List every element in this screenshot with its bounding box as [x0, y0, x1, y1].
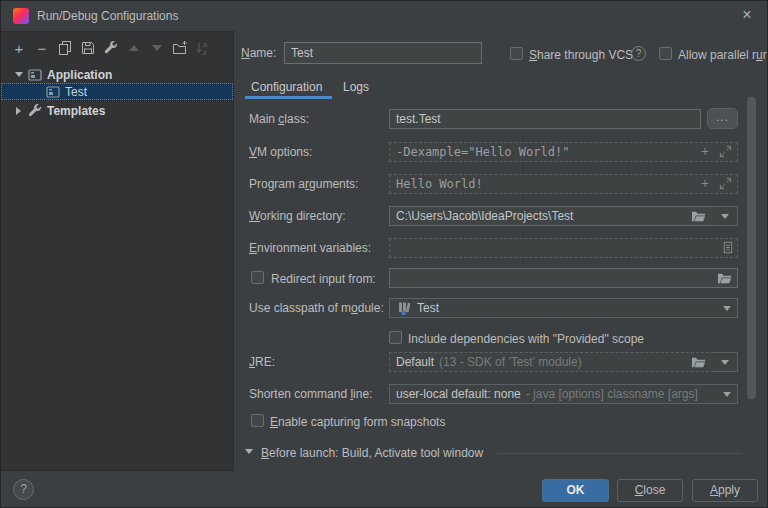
- jre-value: Default: [396, 355, 434, 369]
- sidebar-toolbar: + −: [11, 38, 211, 58]
- active-tab-underline: [245, 96, 332, 99]
- redirect-input-file-input[interactable]: [389, 268, 738, 288]
- main-class-input[interactable]: test.Test: [389, 109, 701, 129]
- redirect-input-label[interactable]: Redirect input from:: [271, 269, 376, 289]
- tree-item-test-selected[interactable]: Test: [1, 83, 233, 100]
- add-configuration-icon[interactable]: +: [11, 40, 27, 56]
- environment-variables-label: Environment variables:: [249, 238, 371, 258]
- program-arguments-label: Program arguments:: [249, 174, 358, 194]
- svg-text:a: a: [203, 41, 207, 48]
- shorten-command-line-select[interactable]: user-local default: none - java [options…: [389, 384, 738, 404]
- share-vcs-label[interactable]: Share through VCS: [529, 45, 633, 65]
- enable-capturing-label[interactable]: Enable capturing form snapshots: [270, 412, 445, 432]
- include-dependencies-label[interactable]: Include dependencies with "Provided" sco…: [408, 329, 644, 349]
- program-arguments-input[interactable]: Hello World!: [389, 174, 738, 194]
- chevron-down-icon: [721, 214, 729, 219]
- jre-folder-icon[interactable]: [691, 355, 706, 369]
- name-label: Name:: [241, 43, 276, 63]
- working-directory-input[interactable]: C:\Users\Jacob\IdeaProjects\Test: [389, 206, 714, 226]
- environment-variables-input[interactable]: [389, 238, 738, 258]
- enable-capturing-checkbox[interactable]: [251, 414, 264, 427]
- use-classpath-value: Test: [417, 301, 723, 315]
- main-class-browse-button[interactable]: ...: [707, 108, 738, 129]
- application-icon: [27, 67, 43, 83]
- help-button[interactable]: ?: [13, 479, 34, 500]
- allow-parallel-label[interactable]: Allow parallel run: [678, 45, 768, 65]
- chevron-down-icon: [723, 306, 731, 311]
- move-up-icon[interactable]: [126, 40, 142, 56]
- chevron-right-icon[interactable]: [16, 107, 21, 115]
- shorten-command-line-label: Shorten command line:: [249, 384, 372, 404]
- chevron-down-icon: [721, 360, 729, 365]
- name-input[interactable]: Test: [284, 42, 482, 64]
- use-classpath-label: Use classpath of module:: [249, 298, 384, 318]
- tree-item-label: Application: [47, 68, 112, 82]
- tree-item-templates[interactable]: Templates: [1, 102, 233, 119]
- close-icon[interactable]: ×: [737, 5, 757, 25]
- ok-button[interactable]: OK: [542, 479, 609, 502]
- working-directory-folder-icon[interactable]: [691, 209, 706, 223]
- intellij-app-icon: [13, 8, 29, 24]
- edit-templates-icon[interactable]: [103, 40, 119, 56]
- save-configuration-icon[interactable]: [80, 40, 96, 56]
- allow-parallel-checkbox[interactable]: [659, 47, 672, 60]
- move-down-icon[interactable]: [149, 40, 165, 56]
- before-launch-divider: [497, 453, 742, 454]
- application-icon: [45, 84, 61, 100]
- vm-options-expand-icon[interactable]: [718, 144, 733, 159]
- copy-configuration-icon[interactable]: [57, 40, 73, 56]
- working-directory-dropdown-button[interactable]: [713, 206, 738, 226]
- tab-configuration[interactable]: Configuration: [251, 80, 322, 94]
- shorten-command-line-value: user-local default: none: [396, 387, 521, 401]
- tree-item-label: Test: [65, 85, 87, 99]
- svg-text:z: z: [203, 49, 207, 56]
- form-scrollbar[interactable]: [747, 97, 756, 399]
- jre-select[interactable]: Default (13 - SDK of 'Test' module): [389, 352, 714, 372]
- use-classpath-select[interactable]: Test: [389, 298, 738, 318]
- jre-hint: (13 - SDK of 'Test' module): [439, 355, 707, 369]
- help-icon[interactable]: ?: [631, 46, 646, 61]
- jre-label: JRE:: [249, 352, 275, 372]
- vm-options-add-icon[interactable]: +: [701, 143, 709, 159]
- configurations-sidebar: + −: [1, 31, 234, 471]
- module-icon: [396, 300, 412, 316]
- jre-dropdown-button[interactable]: [713, 352, 738, 372]
- apply-button[interactable]: Apply: [692, 479, 758, 502]
- remove-configuration-icon[interactable]: −: [34, 40, 50, 56]
- include-dependencies-checkbox[interactable]: [389, 331, 402, 344]
- templates-wrench-icon: [27, 103, 43, 119]
- tree-item-label: Templates: [47, 104, 105, 118]
- title-bar: Run/Debug Configurations ×: [1, 1, 767, 31]
- chevron-down-icon[interactable]: [15, 72, 23, 77]
- tab-logs[interactable]: Logs: [343, 80, 369, 94]
- create-folder-icon[interactable]: [172, 40, 188, 56]
- environment-variables-browse-icon[interactable]: [720, 240, 735, 255]
- configurations-tree: Application Test Templates: [1, 66, 233, 119]
- main-class-label: Main class:: [249, 109, 309, 129]
- vm-options-label: VM options:: [249, 142, 312, 162]
- vm-options-input[interactable]: -Dexample="Hello World!": [389, 142, 738, 162]
- program-arguments-add-icon[interactable]: +: [701, 175, 709, 191]
- chevron-down-icon: [723, 392, 731, 397]
- share-vcs-checkbox[interactable]: [510, 47, 523, 60]
- before-launch-label[interactable]: Before launch: Build, Activate tool wind…: [261, 443, 483, 463]
- redirect-input-checkbox[interactable]: [251, 271, 264, 284]
- redirect-input-folder-icon[interactable]: [717, 271, 732, 285]
- program-arguments-expand-icon[interactable]: [718, 176, 733, 191]
- dialog-title: Run/Debug Configurations: [37, 9, 178, 23]
- run-debug-configurations-dialog: Run/Debug Configurations × + −: [0, 0, 768, 508]
- sort-configurations-icon[interactable]: a z: [195, 40, 211, 56]
- before-launch-collapse-icon[interactable]: [245, 449, 253, 454]
- tree-item-application[interactable]: Application: [1, 66, 233, 83]
- shorten-command-line-hint: - java [options] classname [args]: [526, 387, 723, 401]
- close-button[interactable]: Close: [617, 479, 683, 502]
- working-directory-label: Working directory:: [249, 206, 345, 226]
